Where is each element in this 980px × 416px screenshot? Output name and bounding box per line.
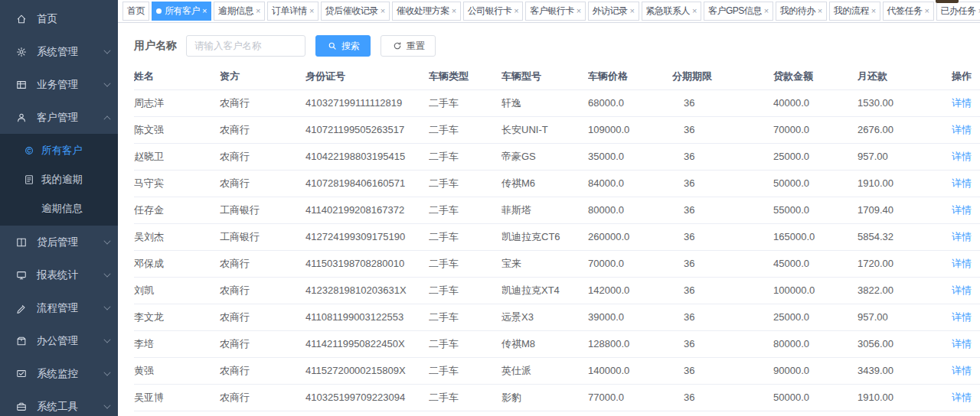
close-icon[interactable]: × (256, 7, 260, 15)
detail-link[interactable]: 详情 (952, 204, 972, 216)
tab-label: 贷后催收记录 (325, 5, 378, 18)
tab[interactable]: 首页 (122, 2, 149, 21)
sidebar-subitem[interactable]: 逾期信息 (0, 194, 118, 223)
table-cell: 68000.0 (588, 411, 672, 416)
close-icon[interactable]: × (692, 7, 697, 15)
sidebar-submenu: 所有客户我的逾期逾期信息 (0, 134, 118, 226)
table-cell: 1530.00 (858, 411, 952, 416)
table-cell: 411081199003122553 (305, 304, 429, 330)
close-icon[interactable]: × (630, 7, 635, 15)
table-cell: 工商银行 (220, 223, 305, 250)
table-cell: 二手车 (429, 384, 501, 411)
tab[interactable]: 贷后催收记录× (321, 2, 390, 21)
action-cell: 详情 (952, 304, 980, 330)
close-icon[interactable]: × (202, 7, 207, 15)
tab[interactable]: 逾期信息× (214, 2, 265, 21)
sidebar-item[interactable]: 系统管理 (0, 35, 118, 68)
table-cell: 36 (672, 170, 773, 197)
customer-name-input[interactable] (186, 35, 305, 57)
sidebar-item-label: 业务管理 (37, 78, 104, 92)
table-cell: 142000.0 (588, 277, 672, 304)
action-cell: 详情 (952, 384, 980, 411)
table-row: 刘凯农商行41232819810203631X二手车凯迪拉克XT4142000.… (134, 277, 980, 304)
close-icon[interactable]: × (452, 7, 456, 15)
sidebar-item[interactable]: 业务管理 (0, 68, 118, 101)
sidebar-item[interactable]: 办公管理 (0, 324, 118, 357)
detail-link[interactable]: 详情 (952, 311, 972, 323)
table-cell: 40000.0 (773, 411, 858, 416)
tab[interactable]: 客户银行卡× (525, 2, 585, 21)
tab[interactable]: 已办任务× (936, 2, 980, 21)
sidebar-subitem[interactable]: 我的逾期 (0, 165, 118, 194)
sidebar-item[interactable]: 贷后管理 (0, 226, 118, 258)
tab[interactable]: 客户GPS信息× (704, 2, 773, 21)
detail-link[interactable]: 详情 (952, 392, 972, 403)
close-icon[interactable]: × (309, 7, 314, 15)
detail-link[interactable]: 详情 (952, 338, 972, 349)
sidebar-item[interactable]: 系统监控 (0, 357, 118, 390)
sidebar-item[interactable]: 系统工具 (0, 390, 118, 416)
detail-link[interactable]: 详情 (952, 97, 972, 109)
table-cell: 农商行 (220, 357, 305, 384)
table-cell: 宝来 (501, 250, 588, 277)
close-icon[interactable]: × (764, 7, 769, 15)
sidebar: 首页系统管理业务管理客户管理所有客户我的逾期逾期信息贷后管理报表统计流程管理办公… (0, 0, 118, 416)
close-icon[interactable]: × (818, 7, 822, 15)
table-row: 吴刘杰工商银行412724199309175190二手车凯迪拉克CT626000… (134, 223, 980, 250)
search-button-label: 搜索 (341, 40, 360, 53)
detail-link[interactable]: 详情 (952, 151, 972, 162)
sidebar-item[interactable]: 客户管理 (0, 101, 118, 134)
detail-link[interactable]: 详情 (952, 284, 972, 296)
action-cell: 详情 (952, 89, 980, 116)
close-icon[interactable]: × (871, 7, 876, 15)
refresh-icon (391, 40, 403, 52)
table-cell: 36 (672, 277, 773, 304)
sidebar-item[interactable]: 流程管理 (0, 291, 118, 324)
tab[interactable]: 外访记录× (588, 2, 639, 21)
sidebar-item[interactable]: 首页 (0, 2, 118, 35)
tab[interactable]: 紧急联系人× (642, 2, 701, 21)
column-header: 车辆价格 (588, 63, 672, 89)
tab[interactable]: 公司银行卡× (463, 2, 523, 21)
table-cell: 雷振华 (134, 411, 220, 416)
tab[interactable]: 催收处理方案× (392, 2, 461, 21)
sidebar-item-label: 报表统计 (37, 268, 104, 282)
table-cell: 410323199201014537 (305, 411, 429, 416)
table-cell: 36 (672, 143, 773, 170)
table-cell: 411402199208167372 (305, 197, 429, 223)
detail-link[interactable]: 详情 (952, 231, 972, 242)
table-cell: 二手车 (429, 170, 501, 197)
table-row: 黄强农商行41152720000215809X二手车英仕派140000.0369… (134, 357, 980, 384)
table-cell: 二手车 (429, 330, 501, 357)
tab[interactable]: 我的流程× (829, 2, 880, 21)
table-cell: 36 (672, 411, 773, 416)
chevron-up-icon (103, 115, 110, 122)
close-icon[interactable]: × (514, 7, 518, 15)
sidebar-subitem[interactable]: 所有客户 (0, 136, 118, 165)
reset-button[interactable]: 重置 (381, 35, 436, 57)
tab-label: 所有客户 (165, 5, 200, 18)
sidebar-item[interactable]: 报表统计 (0, 258, 118, 291)
tab[interactable]: 订单详情× (267, 2, 318, 21)
tab-label: 催收处理方案 (397, 5, 449, 18)
table-row: 赵晓卫农商行410422198803195415二手车帝豪GS35000.036… (134, 143, 980, 170)
table-cell: 二手车 (429, 277, 501, 304)
detail-link[interactable]: 详情 (952, 124, 972, 135)
detail-link[interactable]: 详情 (952, 365, 972, 376)
table-cell: 41152720000215809X (305, 357, 429, 384)
table-cell: 260000.0 (588, 223, 672, 250)
detail-link[interactable]: 详情 (952, 177, 972, 189)
table-cell: 二手车 (429, 116, 501, 143)
tab[interactable]: 代签任务× (883, 2, 934, 21)
active-tab-dot-icon (156, 8, 162, 14)
close-icon[interactable]: × (925, 7, 929, 15)
close-icon[interactable]: × (577, 7, 581, 15)
reset-button-label: 重置 (407, 40, 425, 53)
tab[interactable]: 所有客户× (152, 2, 211, 21)
detail-link[interactable]: 详情 (952, 258, 972, 269)
avatar-partial[interactable] (936, 0, 959, 3)
close-icon[interactable]: × (381, 7, 385, 15)
table-cell: 957.00 (858, 143, 952, 170)
search-button[interactable]: 搜索 (315, 35, 371, 57)
tab[interactable]: 我的待办× (776, 2, 827, 21)
